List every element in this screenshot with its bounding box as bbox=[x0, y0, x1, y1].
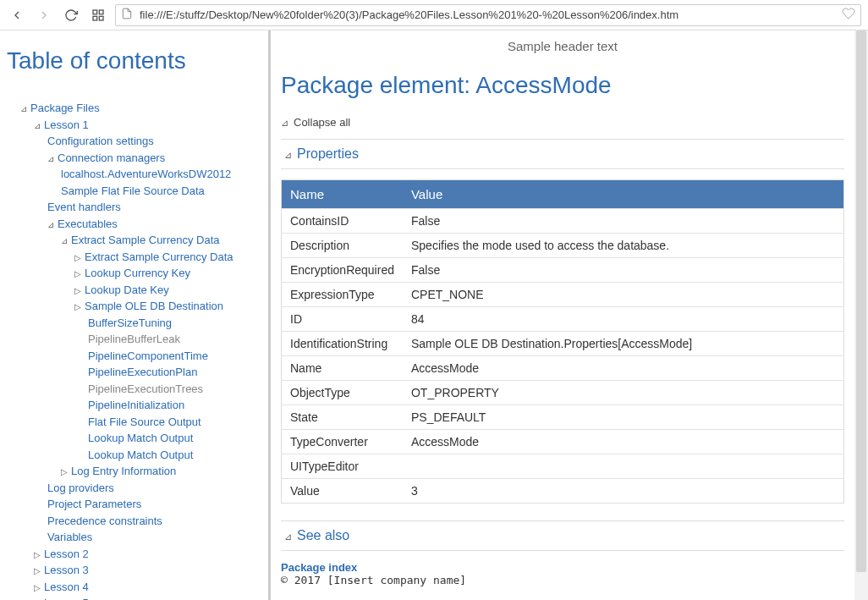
back-button[interactable] bbox=[7, 5, 27, 25]
tree-item[interactable]: Configuration settings bbox=[47, 133, 261, 150]
forward-button[interactable] bbox=[34, 5, 54, 25]
tree-lesson-1[interactable]: ⊿Lesson 1 Configuration settings ⊿Connec… bbox=[34, 117, 261, 546]
tree-lesson-5[interactable]: ▷Lesson 5 bbox=[34, 595, 261, 600]
scrollbar[interactable] bbox=[854, 30, 868, 600]
prop-value: AccessMode bbox=[403, 356, 844, 381]
collapse-all-link[interactable]: ⊿Collapse all bbox=[281, 116, 844, 139]
tree-lesson-3[interactable]: ▷Lesson 3 bbox=[34, 562, 261, 579]
prop-name: State bbox=[282, 405, 403, 430]
prop-value: False bbox=[403, 209, 844, 234]
tree-item[interactable]: ▷Lookup Date Key bbox=[74, 282, 261, 299]
table-row: EncryptionRequiredFalse bbox=[282, 258, 844, 283]
favorite-icon[interactable] bbox=[842, 7, 855, 23]
tree-item[interactable]: ⊿Extract Sample Currency Data ▷Extract S… bbox=[61, 232, 261, 463]
prop-value: False bbox=[403, 258, 844, 283]
table-row: TypeConverterAccessMode bbox=[282, 430, 844, 454]
prop-name: ExpressionType bbox=[282, 283, 403, 307]
svg-rect-1 bbox=[99, 10, 103, 14]
tree-item[interactable]: Event handlers bbox=[47, 199, 261, 216]
toc-title: Table of contents bbox=[0, 30, 268, 100]
sample-header: Sample header text bbox=[281, 30, 844, 63]
tree-item[interactable]: Lookup Match Output bbox=[88, 447, 261, 464]
prop-value: AccessMode bbox=[403, 430, 844, 454]
prop-value: PS_DEFAULT bbox=[403, 405, 844, 430]
tree-item[interactable]: Variables bbox=[47, 529, 261, 546]
tree-item[interactable]: Precedence constraints bbox=[47, 513, 261, 530]
tree-item[interactable]: PipelineExecutionPlan bbox=[88, 364, 261, 381]
tree-item[interactable]: PipelineComponentTime bbox=[88, 348, 261, 365]
tree-item[interactable]: BufferSizeTuning bbox=[88, 315, 261, 332]
see-also-section[interactable]: ⊿See also bbox=[281, 520, 844, 551]
tree-item[interactable]: Lookup Match Output bbox=[88, 430, 261, 447]
tree-item[interactable]: Log providers bbox=[47, 480, 261, 497]
tree-item[interactable]: ⊿Executables ⊿Extract Sample Currency Da… bbox=[47, 216, 261, 480]
prop-name: Description bbox=[282, 234, 403, 258]
table-row: UITypeEditor bbox=[282, 454, 844, 479]
table-row: IdentificationStringSample OLE DB Destin… bbox=[282, 332, 844, 356]
table-row: ObjectTypeOT_PROPERTY bbox=[282, 381, 844, 405]
package-index-link[interactable]: Package index bbox=[281, 561, 844, 574]
table-row: ExpressionTypeCPET_NONE bbox=[282, 283, 844, 307]
tree-item[interactable]: ⊿Connection managers localhost.Adventure… bbox=[47, 150, 261, 200]
document-icon bbox=[121, 8, 133, 22]
tree-root[interactable]: ⊿Package Files ⊿Lesson 1 Configuration s… bbox=[20, 100, 261, 600]
svg-rect-3 bbox=[99, 16, 103, 20]
prop-name: TypeConverter bbox=[282, 430, 403, 454]
tree-item[interactable]: ▷Lookup Currency Key bbox=[74, 265, 261, 282]
prop-name: ID bbox=[282, 307, 403, 332]
reload-button[interactable] bbox=[61, 5, 81, 25]
tree-item[interactable]: PipelineInitialization bbox=[88, 397, 261, 414]
prop-value bbox=[403, 454, 844, 479]
table-row: Value3 bbox=[282, 479, 844, 504]
prop-value: 84 bbox=[403, 307, 844, 332]
tree-item[interactable]: localhost.AdventureWorksDW2012 bbox=[61, 166, 261, 183]
tree-item[interactable]: Flat File Source Output bbox=[88, 414, 261, 431]
prop-value: 3 bbox=[403, 479, 844, 504]
table-row: DescriptionSpecifies the mode used to ac… bbox=[282, 234, 844, 258]
tree-item[interactable]: PipelineBufferLeak bbox=[88, 331, 261, 348]
prop-value: Sample OLE DB Destination.Properties[Acc… bbox=[403, 332, 844, 356]
tree-item[interactable]: ▷Log Entry Information bbox=[61, 463, 261, 480]
prop-name: ObjectType bbox=[282, 381, 403, 405]
tree-item[interactable]: PipelineExecutionTrees bbox=[88, 381, 261, 398]
prop-value: OT_PROPERTY bbox=[403, 381, 844, 405]
scrollbar-thumb[interactable] bbox=[856, 30, 866, 572]
tree-item[interactable]: ▷Sample OLE DB Destination BufferSizeTun… bbox=[74, 298, 261, 463]
content-pane: Sample header text Package element: Acce… bbox=[271, 30, 868, 600]
tree-item[interactable]: ▷Extract Sample Currency Data bbox=[74, 249, 261, 266]
browser-toolbar bbox=[0, 0, 868, 30]
table-row: StatePS_DEFAULT bbox=[282, 405, 844, 430]
copyright: © 2017 [Insert company name] bbox=[281, 574, 844, 586]
table-header-name: Name bbox=[282, 180, 403, 209]
url-input[interactable] bbox=[138, 8, 837, 22]
table-header-value: Value bbox=[403, 180, 844, 209]
prop-name: IdentificationString bbox=[282, 332, 403, 356]
properties-table: Name Value ContainsIDFalseDescriptionSpe… bbox=[281, 179, 844, 504]
prop-value: CPET_NONE bbox=[403, 283, 844, 307]
table-row: ID84 bbox=[282, 307, 844, 332]
tree-item[interactable]: Sample Flat File Source Data bbox=[61, 183, 261, 200]
prop-name: ContainsID bbox=[282, 209, 403, 234]
page-title: Package element: AccessMode bbox=[281, 72, 844, 99]
toc-tree: ⊿Package Files ⊿Lesson 1 Configuration s… bbox=[0, 100, 268, 600]
address-bar bbox=[115, 4, 861, 26]
prop-name: UITypeEditor bbox=[282, 454, 403, 479]
table-row: ContainsIDFalse bbox=[282, 209, 844, 234]
svg-rect-0 bbox=[93, 10, 97, 14]
prop-value: Specifies the mode used to access the da… bbox=[403, 234, 844, 258]
prop-name: EncryptionRequired bbox=[282, 258, 403, 283]
tree-item[interactable]: Project Parameters bbox=[47, 496, 261, 513]
svg-rect-2 bbox=[93, 16, 97, 20]
properties-section[interactable]: ⊿Properties bbox=[281, 139, 844, 169]
table-row: NameAccessMode bbox=[282, 356, 844, 381]
tree-lesson-2[interactable]: ▷Lesson 2 bbox=[34, 546, 261, 563]
sidebar: Table of contents ⊿Package Files ⊿Lesson… bbox=[0, 30, 271, 600]
tree-lesson-4[interactable]: ▷Lesson 4 bbox=[34, 579, 261, 596]
prop-name: Name bbox=[282, 356, 403, 381]
prop-name: Value bbox=[282, 479, 403, 504]
apps-button[interactable] bbox=[88, 5, 108, 25]
